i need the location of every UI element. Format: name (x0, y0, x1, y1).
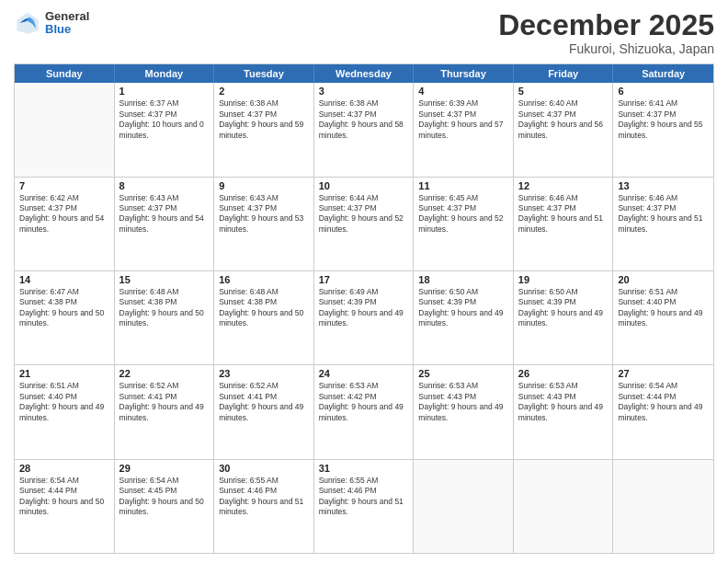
subtitle: Fukuroi, Shizuoka, Japan (498, 41, 714, 56)
day-number: 29 (119, 463, 210, 474)
page: General Blue December 2025 Fukuroi, Shiz… (0, 0, 728, 563)
calendar-cell: 12Sunrise: 6:46 AMSunset: 4:37 PMDayligh… (514, 178, 614, 270)
calendar-body: 1Sunrise: 6:37 AMSunset: 4:37 PMDaylight… (15, 83, 713, 553)
calendar-cell: 30Sunrise: 6:55 AMSunset: 4:46 PMDayligh… (214, 460, 314, 553)
day-number: 4 (418, 86, 508, 97)
calendar-cell: 16Sunrise: 6:48 AMSunset: 4:38 PMDayligh… (214, 271, 314, 364)
logo-general: General (45, 10, 89, 23)
day-number: 20 (618, 274, 709, 285)
cell-info: Sunrise: 6:43 AMSunset: 4:37 PMDaylight:… (119, 193, 210, 236)
cell-info: Sunrise: 6:38 AMSunset: 4:37 PMDaylight:… (219, 98, 309, 141)
calendar-cell: 9Sunrise: 6:43 AMSunset: 4:37 PMDaylight… (214, 178, 314, 270)
day-number: 6 (618, 86, 709, 97)
calendar: SundayMondayTuesdayWednesdayThursdayFrid… (14, 63, 714, 554)
header-day-sunday: Sunday (15, 64, 115, 83)
calendar-cell: 13Sunrise: 6:46 AMSunset: 4:37 PMDayligh… (613, 178, 713, 270)
calendar-cell: 25Sunrise: 6:53 AMSunset: 4:43 PMDayligh… (414, 365, 514, 458)
calendar-cell: 6Sunrise: 6:41 AMSunset: 4:37 PMDaylight… (613, 83, 713, 176)
cell-info: Sunrise: 6:48 AMSunset: 4:38 PMDaylight:… (219, 287, 309, 329)
day-number: 25 (418, 368, 508, 379)
cell-info: Sunrise: 6:39 AMSunset: 4:37 PMDaylight:… (418, 98, 508, 141)
header-day-monday: Monday (115, 64, 215, 83)
day-number: 12 (518, 180, 609, 191)
cell-info: Sunrise: 6:54 AMSunset: 4:45 PMDaylight:… (119, 476, 210, 518)
calendar-cell: 4Sunrise: 6:39 AMSunset: 4:37 PMDaylight… (414, 83, 514, 176)
day-number: 13 (618, 180, 709, 191)
cell-info: Sunrise: 6:49 AMSunset: 4:39 PMDaylight:… (319, 287, 409, 329)
cell-info: Sunrise: 6:54 AMSunset: 4:44 PMDaylight:… (19, 476, 109, 518)
cell-info: Sunrise: 6:53 AMSunset: 4:43 PMDaylight:… (418, 381, 508, 423)
calendar-cell: 21Sunrise: 6:51 AMSunset: 4:40 PMDayligh… (15, 365, 115, 458)
cell-info: Sunrise: 6:37 AMSunset: 4:37 PMDaylight:… (119, 98, 210, 141)
cell-info: Sunrise: 6:38 AMSunset: 4:37 PMDaylight:… (319, 98, 409, 141)
day-number: 10 (319, 180, 409, 191)
header-day-saturday: Saturday (613, 64, 713, 83)
day-number: 5 (518, 86, 609, 97)
calendar-cell: 1Sunrise: 6:37 AMSunset: 4:37 PMDaylight… (115, 83, 215, 176)
calendar-cell: 27Sunrise: 6:54 AMSunset: 4:44 PMDayligh… (613, 365, 713, 458)
day-number: 1 (119, 86, 210, 97)
day-number: 11 (418, 180, 508, 191)
logo-icon (14, 9, 41, 37)
calendar-cell (414, 460, 514, 553)
month-title: December 2025 (498, 9, 714, 41)
header-day-thursday: Thursday (414, 64, 514, 83)
calendar-cell: 11Sunrise: 6:45 AMSunset: 4:37 PMDayligh… (414, 178, 514, 270)
cell-info: Sunrise: 6:46 AMSunset: 4:37 PMDaylight:… (618, 193, 709, 236)
header-day-friday: Friday (514, 64, 614, 83)
day-number: 21 (19, 368, 109, 379)
day-number: 2 (219, 86, 309, 97)
header-day-tuesday: Tuesday (214, 64, 314, 83)
calendar-cell: 8Sunrise: 6:43 AMSunset: 4:37 PMDaylight… (115, 178, 215, 270)
cell-info: Sunrise: 6:50 AMSunset: 4:39 PMDaylight:… (518, 287, 609, 329)
cell-info: Sunrise: 6:52 AMSunset: 4:41 PMDaylight:… (119, 381, 210, 423)
day-number: 15 (119, 274, 210, 285)
calendar-cell: 18Sunrise: 6:50 AMSunset: 4:39 PMDayligh… (414, 271, 514, 364)
day-number: 22 (119, 368, 210, 379)
calendar-cell (514, 460, 614, 553)
logo-text: General Blue (45, 10, 89, 37)
day-number: 18 (418, 274, 508, 285)
day-number: 27 (618, 368, 709, 379)
cell-info: Sunrise: 6:51 AMSunset: 4:40 PMDaylight:… (19, 381, 109, 423)
day-number: 28 (19, 463, 109, 474)
calendar-row-1: 7Sunrise: 6:42 AMSunset: 4:37 PMDaylight… (15, 177, 713, 270)
calendar-cell: 31Sunrise: 6:55 AMSunset: 4:46 PMDayligh… (314, 460, 415, 553)
calendar-cell: 7Sunrise: 6:42 AMSunset: 4:37 PMDaylight… (15, 178, 115, 270)
cell-info: Sunrise: 6:55 AMSunset: 4:46 PMDaylight:… (219, 476, 309, 518)
day-number: 8 (119, 180, 210, 191)
cell-info: Sunrise: 6:46 AMSunset: 4:37 PMDaylight:… (518, 193, 609, 236)
calendar-cell: 5Sunrise: 6:40 AMSunset: 4:37 PMDaylight… (514, 83, 614, 176)
title-block: December 2025 Fukuroi, Shizuoka, Japan (498, 9, 714, 56)
day-number: 16 (219, 274, 309, 285)
calendar-cell: 10Sunrise: 6:44 AMSunset: 4:37 PMDayligh… (314, 178, 415, 270)
day-number: 3 (319, 86, 409, 97)
cell-info: Sunrise: 6:52 AMSunset: 4:41 PMDaylight:… (219, 381, 309, 423)
calendar-cell (613, 460, 713, 553)
svg-marker-0 (17, 12, 38, 33)
calendar-row-4: 28Sunrise: 6:54 AMSunset: 4:44 PMDayligh… (15, 459, 713, 553)
day-number: 7 (19, 180, 109, 191)
calendar-cell: 15Sunrise: 6:48 AMSunset: 4:38 PMDayligh… (115, 271, 215, 364)
logo-blue: Blue (45, 23, 89, 36)
header-day-wednesday: Wednesday (314, 64, 415, 83)
calendar-cell: 19Sunrise: 6:50 AMSunset: 4:39 PMDayligh… (514, 271, 614, 364)
cell-info: Sunrise: 6:40 AMSunset: 4:37 PMDaylight:… (518, 98, 609, 141)
calendar-header: SundayMondayTuesdayWednesdayThursdayFrid… (15, 64, 713, 83)
calendar-row-2: 14Sunrise: 6:47 AMSunset: 4:38 PMDayligh… (15, 270, 713, 364)
cell-info: Sunrise: 6:47 AMSunset: 4:38 PMDaylight:… (19, 287, 109, 329)
calendar-cell: 22Sunrise: 6:52 AMSunset: 4:41 PMDayligh… (115, 365, 215, 458)
day-number: 9 (219, 180, 309, 191)
day-number: 23 (219, 368, 309, 379)
calendar-row-3: 21Sunrise: 6:51 AMSunset: 4:40 PMDayligh… (15, 364, 713, 458)
header: General Blue December 2025 Fukuroi, Shiz… (14, 9, 714, 56)
cell-info: Sunrise: 6:41 AMSunset: 4:37 PMDaylight:… (618, 98, 709, 141)
calendar-cell: 2Sunrise: 6:38 AMSunset: 4:37 PMDaylight… (214, 83, 314, 176)
cell-info: Sunrise: 6:44 AMSunset: 4:37 PMDaylight:… (319, 193, 409, 236)
calendar-cell: 17Sunrise: 6:49 AMSunset: 4:39 PMDayligh… (314, 271, 415, 364)
cell-info: Sunrise: 6:53 AMSunset: 4:43 PMDaylight:… (518, 381, 609, 423)
calendar-cell: 29Sunrise: 6:54 AMSunset: 4:45 PMDayligh… (115, 460, 215, 553)
cell-info: Sunrise: 6:48 AMSunset: 4:38 PMDaylight:… (119, 287, 210, 329)
calendar-cell: 3Sunrise: 6:38 AMSunset: 4:37 PMDaylight… (314, 83, 415, 176)
cell-info: Sunrise: 6:43 AMSunset: 4:37 PMDaylight:… (219, 193, 309, 236)
